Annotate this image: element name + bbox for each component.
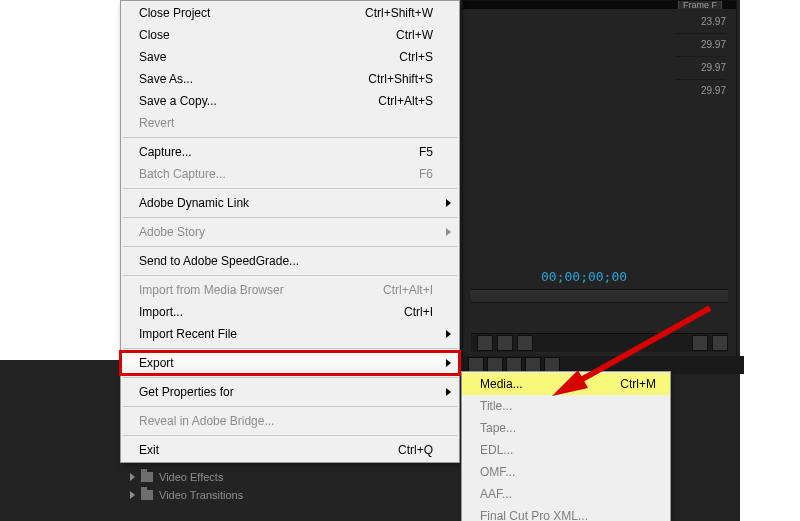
transport-controls bbox=[471, 333, 728, 352]
tree-item[interactable]: Video Transitions bbox=[130, 486, 243, 504]
project-tree: Video Effects Video Transitions bbox=[130, 468, 243, 504]
menu-item-save-a-copy[interactable]: Save a Copy...Ctrl+Alt+S bbox=[121, 90, 459, 112]
menu-item-label: Exit bbox=[139, 443, 386, 457]
submenu-item-shortcut: Ctrl+M bbox=[620, 377, 656, 391]
menu-item-label: Send to Adobe SpeedGrade... bbox=[139, 254, 433, 268]
submenu-item-label: Media... bbox=[480, 377, 620, 391]
menu-separator bbox=[123, 246, 457, 247]
menu-item-shortcut: Ctrl+S bbox=[399, 50, 433, 64]
menu-item-export[interactable]: Export bbox=[121, 352, 459, 374]
framerate-value: 29.97 bbox=[676, 79, 726, 102]
menu-item-label: Import from Media Browser bbox=[139, 283, 371, 297]
menu-item-label: Get Properties for bbox=[139, 385, 433, 399]
menu-item-label: Close bbox=[139, 28, 384, 42]
menu-item-shortcut: Ctrl+Alt+I bbox=[383, 283, 433, 297]
menu-item-adobe-dynamic-link[interactable]: Adobe Dynamic Link bbox=[121, 192, 459, 214]
folder-icon bbox=[141, 472, 153, 482]
file-menu: Close ProjectCtrl+Shift+WCloseCtrl+WSave… bbox=[120, 0, 460, 463]
submenu-item-label: OMF... bbox=[480, 465, 656, 479]
menu-item-label: Save As... bbox=[139, 72, 356, 86]
menu-item-import-from-media-browser: Import from Media BrowserCtrl+Alt+I bbox=[121, 279, 459, 301]
menu-item-label: Import... bbox=[139, 305, 392, 319]
disclosure-icon[interactable] bbox=[130, 491, 135, 499]
folder-icon bbox=[141, 490, 153, 500]
menu-item-shortcut: Ctrl+W bbox=[396, 28, 433, 42]
menu-separator bbox=[123, 377, 457, 378]
menu-item-label: Reveal in Adobe Bridge... bbox=[139, 414, 433, 428]
menu-item-reveal-in-adobe-bridge: Reveal in Adobe Bridge... bbox=[121, 410, 459, 432]
submenu-item-label: EDL... bbox=[480, 443, 656, 457]
menu-item-revert: Revert bbox=[121, 112, 459, 134]
framerate-value: 29.97 bbox=[676, 33, 726, 56]
menu-item-save-as[interactable]: Save As...Ctrl+Shift+S bbox=[121, 68, 459, 90]
menu-item-batch-capture: Batch Capture...F6 bbox=[121, 163, 459, 185]
menu-item-shortcut: Ctrl+Alt+S bbox=[378, 94, 433, 108]
menu-item-label: Save a Copy... bbox=[139, 94, 366, 108]
menu-item-shortcut: Ctrl+Shift+W bbox=[365, 6, 433, 20]
submenu-item-media[interactable]: Media...Ctrl+M bbox=[462, 373, 670, 395]
menu-item-get-properties-for[interactable]: Get Properties for bbox=[121, 381, 459, 403]
menu-separator bbox=[123, 188, 457, 189]
menu-item-import-recent-file[interactable]: Import Recent File bbox=[121, 323, 459, 345]
menu-separator bbox=[123, 348, 457, 349]
menu-separator bbox=[123, 217, 457, 218]
transport-icon[interactable] bbox=[497, 335, 513, 351]
tree-item-label: Video Transitions bbox=[159, 489, 243, 501]
menu-item-label: Capture... bbox=[139, 145, 407, 159]
timeline-ruler[interactable] bbox=[471, 289, 728, 303]
source-panel: Frame F 23.97 29.97 29.97 29.97 00;00;00… bbox=[462, 0, 737, 360]
menu-item-label: Export bbox=[139, 356, 433, 370]
frame-column-header: Frame F bbox=[678, 1, 722, 9]
transport-icon[interactable] bbox=[477, 335, 493, 351]
menu-item-label: Adobe Story bbox=[139, 225, 433, 239]
framerate-value: 29.97 bbox=[676, 56, 726, 79]
menu-item-import[interactable]: Import...Ctrl+I bbox=[121, 301, 459, 323]
framerate-column: 23.97 29.97 29.97 29.97 bbox=[676, 11, 726, 102]
menu-separator bbox=[123, 406, 457, 407]
menu-item-close-project[interactable]: Close ProjectCtrl+Shift+W bbox=[121, 2, 459, 24]
panel-tabstrip: Frame F bbox=[463, 1, 736, 9]
submenu-item-label: AAF... bbox=[480, 487, 656, 501]
submenu-item-edl: EDL... bbox=[462, 439, 670, 461]
menu-item-label: Adobe Dynamic Link bbox=[139, 196, 433, 210]
menu-item-exit[interactable]: ExitCtrl+Q bbox=[121, 439, 459, 461]
submenu-item-omf: OMF... bbox=[462, 461, 670, 483]
submenu-item-label: Tape... bbox=[480, 421, 656, 435]
menu-item-label: Import Recent File bbox=[139, 327, 433, 341]
transport-icon[interactable] bbox=[517, 335, 533, 351]
tree-item-label: Video Effects bbox=[159, 471, 223, 483]
submenu-item-title: Title... bbox=[462, 395, 670, 417]
framerate-value: 23.97 bbox=[676, 11, 726, 33]
submenu-item-label: Final Cut Pro XML... bbox=[480, 509, 656, 521]
tree-item[interactable]: Video Effects bbox=[130, 468, 243, 486]
transport-icon[interactable] bbox=[692, 335, 708, 351]
menu-item-shortcut: Ctrl+Shift+S bbox=[368, 72, 433, 86]
submenu-item-aaf: AAF... bbox=[462, 483, 670, 505]
menu-item-label: Batch Capture... bbox=[139, 167, 407, 181]
menu-item-shortcut: Ctrl+Q bbox=[398, 443, 433, 457]
menu-separator bbox=[123, 137, 457, 138]
menu-item-save[interactable]: SaveCtrl+S bbox=[121, 46, 459, 68]
menu-separator bbox=[123, 275, 457, 276]
export-submenu: Media...Ctrl+MTitle...Tape...EDL...OMF..… bbox=[461, 371, 671, 521]
menu-item-shortcut: F6 bbox=[419, 167, 433, 181]
menu-item-adobe-story: Adobe Story bbox=[121, 221, 459, 243]
submenu-item-tape: Tape... bbox=[462, 417, 670, 439]
menu-item-label: Save bbox=[139, 50, 387, 64]
menu-item-close[interactable]: CloseCtrl+W bbox=[121, 24, 459, 46]
submenu-item-final-cut-pro-xml: Final Cut Pro XML... bbox=[462, 505, 670, 521]
menu-item-capture[interactable]: Capture...F5 bbox=[121, 141, 459, 163]
menu-item-send-to-adobe-speedgrade[interactable]: Send to Adobe SpeedGrade... bbox=[121, 250, 459, 272]
submenu-item-label: Title... bbox=[480, 399, 656, 413]
menu-item-label: Revert bbox=[139, 116, 433, 130]
menu-item-shortcut: Ctrl+I bbox=[404, 305, 433, 319]
menu-item-shortcut: F5 bbox=[419, 145, 433, 159]
disclosure-icon[interactable] bbox=[130, 473, 135, 481]
transport-icon[interactable] bbox=[712, 335, 728, 351]
menu-item-label: Close Project bbox=[139, 6, 353, 20]
timecode[interactable]: 00;00;00;00 bbox=[541, 269, 627, 284]
menu-separator bbox=[123, 435, 457, 436]
